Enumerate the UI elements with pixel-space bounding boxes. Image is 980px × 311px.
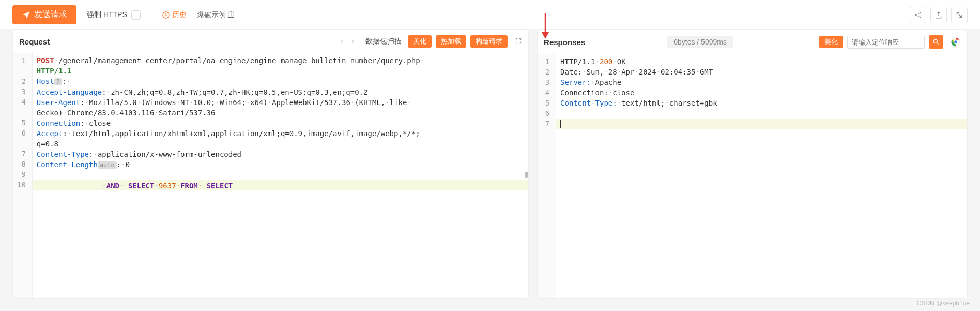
response-search-input[interactable] [847, 36, 925, 49]
response-code[interactable]: HTTP/1.1·200·OKDate:·Sun,·28·Apr·2024·02… [556, 54, 967, 298]
force-https-toggle[interactable]: 强制 HTTPS [87, 10, 141, 20]
scan-label[interactable]: 数据包扫描 [365, 37, 402, 46]
top-right-actions [910, 7, 968, 23]
brute-example-link[interactable]: 爆破示例 ⓘ [197, 10, 234, 20]
request-header: Request ‹ › 数据包扫描 美化 热加载 构造请求 [13, 30, 528, 53]
share-button[interactable] [910, 7, 926, 23]
help-icon: ⓘ [228, 10, 234, 19]
checkbox-icon[interactable] [131, 10, 141, 20]
build-request-button[interactable]: 构造请求 [470, 35, 508, 48]
send-request-button[interactable]: 发送请求 [12, 5, 76, 24]
scrollbar-thumb[interactable] [525, 172, 528, 178]
prev-button[interactable]: ‹ [337, 36, 346, 47]
search-icon [932, 38, 940, 46]
fullscreen-icon[interactable] [515, 37, 522, 46]
response-panel: Responses 0bytes / 5099ms 美化 1234567 HTT… [537, 29, 968, 299]
response-editor[interactable]: 1234567 HTTP/1.1·200·OKDate:·Sun,·28·Apr… [538, 54, 967, 298]
request-panel: Request ‹ › 数据包扫描 美化 热加载 构造请求 1234567891… [12, 29, 529, 299]
response-beautify-button[interactable]: 美化 [819, 36, 843, 48]
svg-point-9 [954, 40, 958, 44]
beautify-button[interactable]: 美化 [408, 35, 432, 48]
request-code[interactable]: POST·/general/management_center/portal/o… [33, 53, 528, 298]
svg-point-2 [920, 12, 921, 13]
divider [151, 10, 151, 20]
top-toolbar: 发送请求 强制 HTTPS 历史 爆破示例 ⓘ [0, 0, 980, 29]
svg-point-3 [920, 16, 921, 18]
request-gutter: 12345678910 [13, 53, 33, 298]
hot-load-button[interactable]: 热加载 [436, 35, 466, 48]
next-button[interactable]: › [348, 36, 357, 47]
upload-icon [935, 11, 943, 19]
clock-icon [162, 11, 170, 19]
open-external-button[interactable] [951, 7, 968, 23]
response-gutter: 1234567 [538, 54, 556, 298]
history-link[interactable]: 历史 [162, 10, 187, 20]
paper-plane-icon [22, 10, 31, 20]
request-title: Request [19, 37, 50, 46]
external-icon [955, 11, 963, 19]
chrome-icon[interactable] [951, 37, 961, 47]
export-button[interactable] [930, 7, 947, 23]
watermark: CSDN @keepb1ue [917, 300, 970, 307]
request-editor[interactable]: 12345678910 POST·/general/management_cen… [13, 53, 528, 298]
example-label: 爆破示例 [197, 10, 226, 20]
share-icon [914, 11, 922, 19]
response-status-pill: 0bytes / 5099ms [667, 36, 733, 48]
response-search-button[interactable] [929, 35, 943, 49]
svg-point-6 [933, 39, 937, 43]
response-title: Responses [544, 38, 585, 47]
force-https-label: 强制 HTTPS [87, 10, 127, 20]
history-label: 历史 [172, 10, 187, 20]
svg-point-1 [915, 14, 917, 16]
send-label: 发送请求 [34, 9, 67, 20]
response-header: Responses 0bytes / 5099ms 美化 [538, 30, 967, 54]
